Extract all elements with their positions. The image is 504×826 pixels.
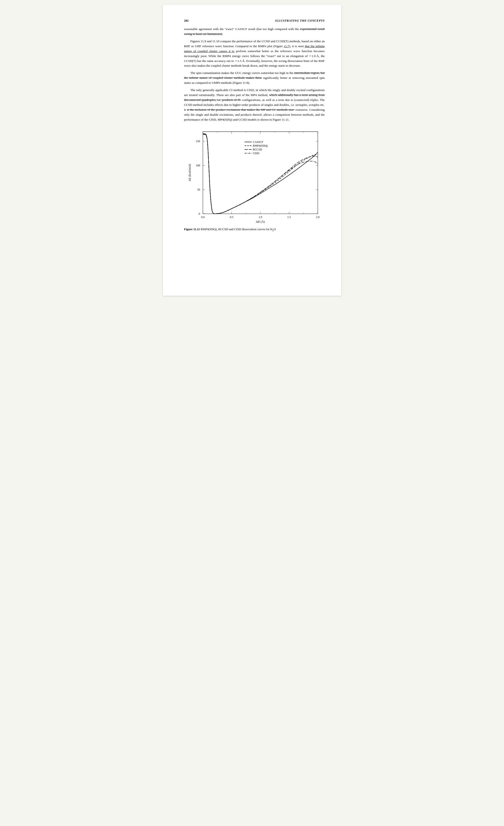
legend-rmp4-label: RMP4(SDQ) — [253, 144, 268, 148]
page-number: 282 — [184, 19, 189, 22]
paragraph-1: reasonable agreement with the “exact” CA… — [184, 27, 325, 37]
figure-11-11: 0.0 0.5 1.0 1.5 2.0 ΔR (Å) 0 50 100 150 … — [184, 127, 325, 232]
paragraph-4: The only generally applicable CI method … — [184, 88, 325, 122]
svg-text:100: 100 — [196, 164, 200, 167]
svg-text:1.0: 1.0 — [258, 216, 262, 219]
strikethrough-3: which additionally has a term arising fr… — [184, 93, 325, 102]
svg-text:0.5: 0.5 — [230, 216, 233, 219]
figure-caption-text: RMP4(SDQ), RCCSD and CISD dissociation c… — [200, 227, 276, 231]
svg-text:0.0: 0.0 — [201, 216, 204, 219]
svg-text:50: 50 — [197, 188, 200, 191]
paragraph-3: The spin contamination makes the UCC ene… — [184, 71, 325, 85]
page: 282 ILLUSTRATING THE CONCEPTS reasonable… — [163, 5, 341, 296]
legend-rccsd-label: RCCSD — [253, 148, 262, 151]
svg-text:2.0: 2.0 — [316, 216, 319, 219]
svg-text:ΔE (kcal/mol): ΔE (kcal/mol) — [188, 164, 191, 181]
figure-caption: Figure 11.11 RMP4(SDQ), RCCSD and CISD d… — [184, 227, 325, 232]
svg-text:150: 150 — [196, 139, 200, 143]
strikethrough-4: is the inclusion of the product excitati… — [187, 108, 295, 111]
legend-casscf-label: CASSCF — [253, 140, 263, 143]
legend-cisd-label: CISD — [253, 152, 259, 155]
chart-svg: 0.0 0.5 1.0 1.5 2.0 ΔR (Å) 0 50 100 150 … — [186, 127, 322, 226]
body-text: reasonable agreement with the “exact” CA… — [184, 27, 325, 122]
svg-text:1.5: 1.5 — [287, 216, 291, 219]
page-header: 282 ILLUSTRATING THE CONCEPTS — [184, 19, 325, 22]
svg-text:ΔR (Å): ΔR (Å) — [256, 220, 264, 223]
strikethrough-2: intermediate region, but the infinite na… — [184, 71, 325, 79]
figure-caption-bold: Figure 11.11 — [184, 227, 200, 231]
paragraph-2: Figures 11.9 and 11.10 compare the perfo… — [184, 39, 325, 68]
svg-text:0: 0 — [199, 212, 200, 216]
strikethrough-text: experimental result owing to basis set l… — [184, 27, 325, 36]
page-title: ILLUSTRATING THE CONCEPTS — [275, 19, 325, 22]
